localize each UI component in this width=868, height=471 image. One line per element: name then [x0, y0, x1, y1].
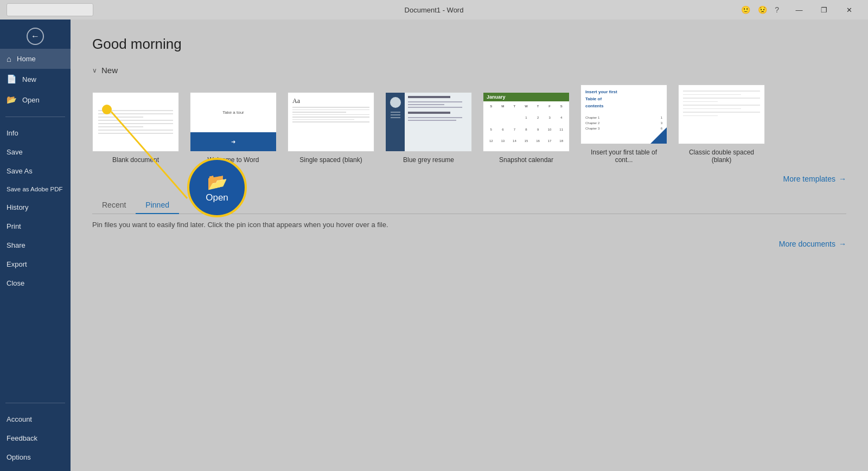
new-doc-icon: 📄 — [7, 74, 17, 84]
emoji-happy-icon[interactable]: 🙂 — [741, 5, 750, 14]
main-content: Good morning ∨ New Blank document — [71, 20, 868, 471]
toc-subtitle-text: Table of — [585, 96, 662, 101]
titlebar: Document1 - Word 🙂 😟 ? — ❐ ✕ — [0, 0, 868, 20]
save-adobe-label: Save as Adobe PDF — [7, 186, 63, 192]
calendar-grid: SM TW TF S 1 23 4 56 78 910 11 — [483, 101, 569, 151]
titlebar-left — [7, 3, 93, 16]
close-button[interactable]: ✕ — [837, 0, 861, 20]
sidebar-item-open[interactable]: 📂 Open — [0, 89, 71, 110]
more-documents-link[interactable]: More documents → — [92, 240, 846, 248]
sidebar-item-save[interactable]: Save — [0, 143, 71, 162]
history-label: History — [7, 203, 28, 211]
sidebar-bottom: Account Feedback Options — [0, 396, 71, 471]
share-label: Share — [7, 241, 25, 249]
options-label: Options — [7, 453, 31, 461]
more-documents-arrow-icon: → — [839, 240, 846, 248]
welcome-text-area: Take a tour — [218, 93, 248, 132]
template-label-spaced: Single spaced (blank) — [299, 156, 362, 164]
template-thumb-classic — [678, 85, 765, 144]
tab-recent[interactable]: Recent — [92, 196, 136, 214]
info-label: Info — [7, 129, 18, 137]
sidebar-item-close[interactable]: Close — [0, 274, 71, 293]
more-documents-label: More documents — [779, 240, 835, 248]
template-toc[interactable]: Insert your first Table of contents Chap… — [580, 85, 667, 164]
sidebar-new-label: New — [22, 75, 36, 83]
template-label-blank: Blank document — [112, 156, 159, 164]
sidebar-item-home[interactable]: ⌂ Home — [0, 49, 71, 69]
sidebar-home-label: Home — [17, 55, 36, 63]
template-thumb-welcome: Take a tour ➜ — [190, 92, 277, 152]
sidebar-item-account[interactable]: Account — [0, 410, 71, 429]
emoji-sad-icon[interactable]: 😟 — [758, 5, 767, 14]
template-calendar[interactable]: January SM TW TF S 1 23 4 56 78 — [483, 92, 570, 164]
sidebar-item-print[interactable]: Print — [0, 217, 71, 236]
minimize-button[interactable]: — — [787, 0, 812, 20]
templates-row: Blank document Take a tour ➜ Welcome to … — [92, 85, 846, 164]
sidebar-item-share[interactable]: Share — [0, 236, 71, 255]
feedback-label: Feedback — [7, 434, 37, 442]
new-section-label: New — [101, 66, 118, 75]
pin-message: Pin files you want to easily find later.… — [92, 221, 846, 229]
titlebar-icons: 🙂 😟 ? — [741, 5, 779, 14]
template-thumb-spaced: Aa — [288, 92, 374, 152]
welcome-blue-bar: ➜ — [190, 132, 276, 151]
tabs-row: Recent Pinned — [92, 196, 846, 214]
help-icon[interactable]: ? — [775, 5, 779, 14]
template-welcome[interactable]: Take a tour ➜ Welcome to Word — [190, 92, 277, 164]
sidebar-item-feedback[interactable]: Feedback — [0, 429, 71, 448]
template-label-resume: Blue grey resume — [403, 156, 454, 164]
tab-pinned-label: Pinned — [145, 201, 169, 209]
save-label: Save — [7, 148, 23, 156]
new-section-chevron[interactable]: ∨ — [92, 67, 97, 74]
back-button[interactable]: ← — [0, 24, 71, 49]
more-templates-label: More templates — [783, 175, 835, 183]
template-resume[interactable]: Blue grey resume — [385, 92, 472, 164]
tab-pinned[interactable]: Pinned — [136, 196, 179, 214]
spaced-aa-text: Aa — [292, 97, 369, 105]
more-templates-arrow-icon: → — [839, 175, 846, 183]
save-as-label: Save As — [7, 167, 33, 175]
template-label-toc: Insert your first table of cont... — [583, 149, 665, 164]
greeting-heading: Good morning — [92, 36, 846, 53]
sidebar-open-label: Open — [22, 96, 40, 104]
sidebar-divider-2 — [5, 403, 65, 403]
close-menu-label: Close — [7, 279, 24, 287]
more-templates-link[interactable]: More templates → — [92, 175, 846, 183]
toc-title-text: Insert your first — [585, 89, 662, 94]
home-icon: ⌂ — [7, 54, 11, 63]
back-circle-icon: ← — [27, 28, 44, 45]
resume-sidebar — [386, 93, 405, 151]
template-blank[interactable]: Blank document — [92, 92, 179, 164]
print-label: Print — [7, 222, 21, 230]
template-label-calendar: Snapshot calendar — [499, 156, 553, 164]
export-label: Export — [7, 260, 27, 268]
sidebar: ← ⌂ Home 📄 New 📂 Open Info Save Save As … — [0, 20, 71, 471]
app-body: ← ⌂ Home 📄 New 📂 Open Info Save Save As … — [0, 20, 868, 471]
toc-subtitle2-text: contents — [585, 104, 662, 108]
template-classic[interactable]: Classic double spaced (blank) — [678, 85, 765, 164]
window-controls: — ❐ ✕ — [787, 0, 861, 20]
sidebar-divider-1 — [5, 117, 65, 117]
template-thumb-calendar: January SM TW TF S 1 23 4 56 78 — [483, 92, 570, 152]
search-box[interactable] — [7, 3, 93, 16]
sidebar-item-save-as[interactable]: Save As — [0, 162, 71, 180]
template-label-classic: Classic double spaced (blank) — [681, 149, 762, 164]
sidebar-item-history[interactable]: History — [0, 198, 71, 217]
window-title: Document1 - Word — [405, 6, 464, 14]
account-label: Account — [7, 415, 32, 423]
maximize-button[interactable]: ❐ — [812, 0, 837, 20]
template-thumb-blank — [92, 92, 179, 152]
template-label-welcome: Welcome to Word — [208, 156, 259, 164]
new-section-header: ∨ New — [92, 66, 846, 75]
tab-recent-label: Recent — [102, 201, 126, 209]
open-folder-icon: 📂 — [7, 95, 17, 105]
sidebar-item-options[interactable]: Options — [0, 448, 71, 467]
sidebar-item-new[interactable]: 📄 New — [0, 69, 71, 89]
sidebar-item-save-adobe[interactable]: Save as Adobe PDF — [0, 180, 71, 198]
sidebar-item-export[interactable]: Export — [0, 255, 71, 274]
template-single-spaced[interactable]: Aa Single spaced (blank) — [288, 92, 374, 164]
resume-main — [405, 93, 471, 151]
sidebar-item-info[interactable]: Info — [0, 124, 71, 143]
template-thumb-toc: Insert your first Table of contents Chap… — [580, 85, 667, 144]
calendar-month-header: January — [483, 93, 569, 101]
